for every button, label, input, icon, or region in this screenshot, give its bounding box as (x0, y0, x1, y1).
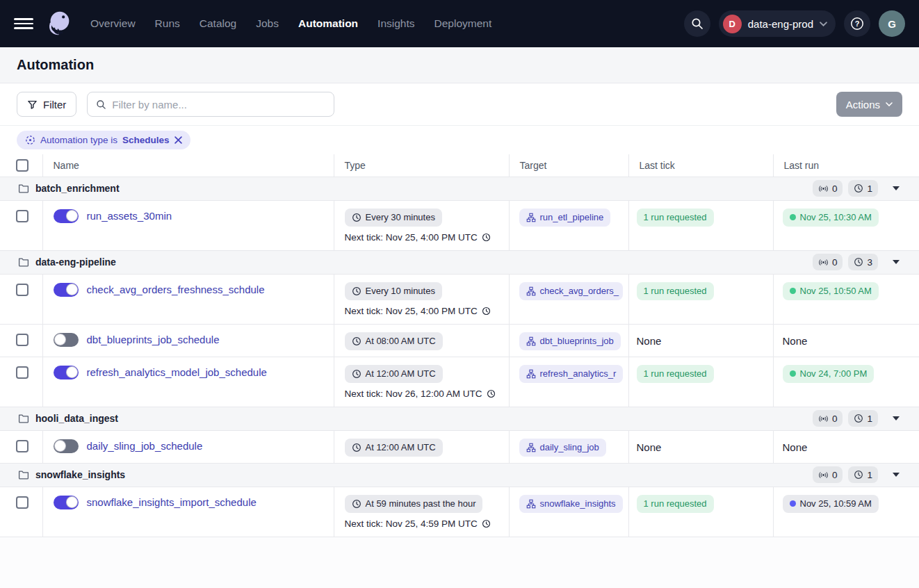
group-name: data-eng-pipeline (35, 256, 116, 268)
filter-button[interactable]: Filter (17, 92, 76, 117)
row-checkbox[interactable] (16, 334, 29, 346)
run-status-dot (790, 370, 796, 377)
last-tick-status[interactable]: 1 run requested (637, 495, 714, 513)
target-job-link[interactable]: dbt_blueprints_job (519, 332, 621, 350)
schedule-name-link[interactable]: run_assets_30min (87, 210, 172, 222)
last-tick-status[interactable]: 1 run requested (637, 365, 714, 383)
last-tick-status[interactable]: 1 run requested (637, 282, 714, 300)
schedule-count-badge: 3 (848, 254, 878, 270)
sensor-count-badge: 0 (813, 410, 843, 427)
deployment-name: data-eng-prod (748, 18, 813, 30)
target-job-link[interactable]: snowflake_insights (519, 495, 623, 513)
caret-down-icon (893, 186, 900, 190)
main-nav: OverviewRunsCatalogJobsAutomationInsight… (90, 17, 491, 30)
name-filter-input[interactable] (112, 99, 325, 111)
schedule-toggle[interactable] (54, 209, 79, 223)
row-checkbox[interactable] (16, 210, 29, 222)
job-icon (526, 286, 536, 296)
last-run-link[interactable]: Nov 25, 10:50 AM (783, 282, 879, 300)
schedule-name-link[interactable]: check_avg_orders_freshness_schdule (87, 284, 265, 295)
group-collapse-button[interactable] (888, 470, 904, 480)
nav-item-jobs[interactable]: Jobs (256, 17, 279, 30)
last-run-none: None (783, 441, 808, 453)
user-avatar[interactable]: G (879, 10, 905, 37)
target-job-link[interactable]: daily_sling_job (519, 439, 606, 457)
nav-item-deployment[interactable]: Deployment (434, 17, 492, 30)
schedule-toggle[interactable] (54, 496, 79, 509)
schedule-type-pill: At 12:00 AM UTC (345, 439, 443, 457)
schedule-count-badge: 1 (848, 410, 878, 427)
caret-down-icon (893, 416, 900, 420)
run-status-dot (790, 214, 796, 220)
clock-icon (482, 233, 491, 242)
last-run-link[interactable]: Nov 25, 10:59 AM (783, 495, 879, 513)
nav-item-runs[interactable]: Runs (155, 17, 180, 30)
schedule-row: run_assets_30min Every 30 minutes Next t… (0, 200, 919, 250)
select-all-checkbox[interactable] (16, 159, 29, 172)
funnel-icon (27, 99, 38, 110)
remove-filter-icon[interactable] (174, 136, 182, 144)
schedule-type-pill: Every 30 minutes (345, 209, 442, 227)
last-run-link[interactable]: Nov 24, 7:00 PM (783, 365, 875, 383)
schedule-type-pill: At 12:00 AM UTC (345, 365, 443, 383)
schedule-toggle[interactable] (54, 333, 79, 347)
row-checkbox[interactable] (16, 440, 29, 452)
nav-item-insights[interactable]: Insights (377, 17, 414, 30)
schedule-row: dbt_blueprints_job_schedule At 08:00 AM … (0, 324, 919, 357)
chevron-down-icon (886, 102, 893, 106)
deployment-switcher[interactable]: D data-eng-prod (719, 10, 836, 37)
chevron-down-icon (820, 22, 827, 26)
clock-icon (854, 183, 863, 193)
schedule-row: refresh_analytics_model_job_schedule At … (0, 357, 919, 407)
search-icon (96, 99, 106, 110)
menu-icon[interactable] (14, 16, 33, 31)
actions-button[interactable]: Actions (836, 92, 902, 117)
schedule-toggle[interactable] (54, 439, 79, 453)
help-icon[interactable]: ? (844, 10, 870, 37)
schedule-name-link[interactable]: snowflake_insights_import_schedule (87, 496, 257, 508)
sensor-icon (818, 183, 829, 194)
group-row-snowflake_insights: snowflake_insights 0 1 (0, 463, 919, 487)
column-header-name: Name (42, 154, 334, 177)
last-run-link[interactable]: Nov 25, 10:30 AM (783, 209, 879, 227)
clock-icon (482, 307, 491, 316)
schedule-type-pill: At 59 minutes past the hour (345, 495, 483, 513)
schedule-toggle[interactable] (54, 366, 79, 379)
group-collapse-button[interactable] (888, 183, 904, 193)
search-icon[interactable] (684, 10, 710, 37)
target-job-link[interactable]: run_etl_pipeline (519, 209, 611, 227)
schedule-name-link[interactable]: refresh_analytics_model_job_schedule (87, 366, 267, 378)
row-checkbox[interactable] (16, 366, 29, 379)
schedule-toggle[interactable] (54, 283, 79, 297)
last-tick-status[interactable]: 1 run requested (637, 209, 714, 227)
caret-down-icon (893, 260, 900, 264)
group-collapse-button[interactable] (888, 257, 904, 267)
target-job-link[interactable]: refresh_analytics_r (519, 365, 623, 383)
folder-icon (18, 413, 29, 424)
sensor-icon (818, 470, 829, 480)
next-tick-text: Next tick: Nov 25, 4:00 PM UTC (345, 232, 502, 243)
nav-item-automation[interactable]: Automation (298, 17, 358, 30)
next-tick-text: Next tick: Nov 25, 4:00 PM UTC (345, 306, 502, 316)
row-checkbox[interactable] (16, 284, 29, 296)
clock-icon (854, 257, 863, 267)
nav-item-overview[interactable]: Overview (90, 17, 136, 30)
sensor-count-badge: 0 (813, 254, 843, 270)
schedule-name-link[interactable]: daily_sling_job_schedule (87, 440, 203, 452)
automation-table: NameTypeTargetLast tickLast run batch_en… (0, 154, 919, 537)
job-icon (526, 369, 536, 379)
clock-icon (352, 499, 361, 509)
schedule-count-badge: 1 (848, 466, 878, 483)
target-job-link[interactable]: check_avg_orders_ (519, 282, 623, 300)
automation-type-icon (25, 135, 35, 145)
schedule-name-link[interactable]: dbt_blueprints_job_schedule (87, 334, 220, 345)
row-checkbox[interactable] (16, 496, 29, 509)
job-icon (526, 213, 536, 222)
run-status-dot (790, 288, 796, 294)
filter-chip-automation-type[interactable]: Automation type is Schedules (17, 131, 190, 149)
nav-item-catalog[interactable]: Catalog (200, 17, 236, 30)
sensor-icon (818, 414, 829, 424)
active-filters-row: Automation type is Schedules (0, 126, 919, 154)
group-collapse-button[interactable] (888, 414, 904, 423)
toolbar: Filter Actions (0, 83, 919, 126)
